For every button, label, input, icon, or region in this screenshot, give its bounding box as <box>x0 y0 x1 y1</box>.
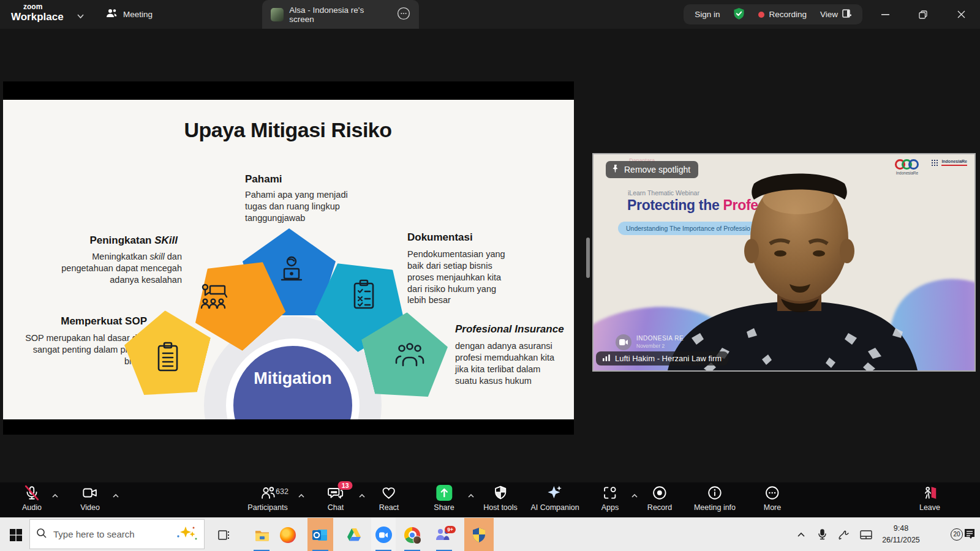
taskbar-search[interactable]: Type here to search <box>29 519 205 549</box>
section-skill-body: Meningkatkan skill dan pengetahuan dapat… <box>59 251 182 286</box>
person-laptop-icon <box>277 254 306 286</box>
shield-icon <box>492 485 508 501</box>
zoom-watermark: INDONESIA RE November 2 <box>616 334 684 350</box>
chat-button[interactable]: 13 Chat <box>328 485 344 512</box>
ai-companion-button[interactable]: AI Companion <box>530 485 579 512</box>
chrome-icon[interactable] <box>400 518 424 551</box>
pin-icon <box>611 164 620 175</box>
share-options-chevron[interactable] <box>467 490 475 501</box>
video-button[interactable]: Video <box>80 485 100 512</box>
tray-expand-chevron[interactable] <box>790 518 812 551</box>
spotlight-video-tile[interactable]: iLearn Thematic Webinar Protecting the P… <box>592 153 976 372</box>
panel-scrollbar[interactable] <box>586 238 590 278</box>
title-bar: zoom Workplace Meeting Alsa - Indonesia … <box>0 0 980 29</box>
notification-center-button[interactable]: 20 <box>929 518 980 551</box>
view-layout-icon <box>842 9 851 20</box>
tray-touchpad-icon[interactable] <box>855 518 877 551</box>
host-tools-button[interactable]: Host tools <box>483 485 518 512</box>
section-sop-heading: Memperkuat SOP <box>21 315 147 328</box>
teams-icon[interactable]: 9+ <box>432 518 456 551</box>
participant-name-label: Lufti Hakim - Herzani Law firm <box>615 354 722 363</box>
camera-icon <box>82 485 99 501</box>
meeting-toolbar: Audio Video 632 Participants <box>0 482 980 517</box>
restore-button[interactable] <box>904 0 942 29</box>
leave-button[interactable]: Leave <box>919 485 940 512</box>
view-button[interactable]: View <box>820 9 851 20</box>
clock-date: 26/11/2025 <box>877 534 925 546</box>
react-label: React <box>379 503 399 512</box>
chat-icon: 13 <box>328 485 344 501</box>
taskbar-clock[interactable]: 9:48 26/11/2025 <box>877 523 925 546</box>
mic-muted-icon <box>24 485 40 501</box>
institute-logo-label: IndonesiaRe <box>941 159 967 166</box>
logo-dots-icon <box>931 159 939 167</box>
close-button[interactable] <box>942 0 980 29</box>
start-button[interactable] <box>4 518 28 551</box>
firefox-icon[interactable] <box>276 518 300 551</box>
record-icon <box>652 485 668 501</box>
tab-avatar <box>271 8 284 21</box>
participant-name-tag: Lufti Hakim - Herzani Law firm <box>596 351 728 365</box>
tray-microphone-icon[interactable] <box>812 518 832 551</box>
record-label: Record <box>647 503 672 512</box>
tab-shared-screen[interactable]: Alsa - Indonesia re's screen <box>262 0 419 29</box>
slide-letterbox-bottom <box>3 419 574 435</box>
sign-in-button[interactable]: Sign in <box>695 10 720 19</box>
participants-options-chevron[interactable] <box>298 490 305 501</box>
outlook-icon[interactable] <box>308 518 333 551</box>
chat-options-chevron[interactable] <box>358 490 366 501</box>
people-group-icon <box>394 342 426 370</box>
audio-options-chevron[interactable] <box>51 490 59 501</box>
indonesia-re-logo-label: IndonesiaRe <box>896 171 919 175</box>
apps-options-chevron[interactable] <box>631 490 638 501</box>
info-icon <box>707 485 723 501</box>
apps-icon <box>602 485 618 501</box>
teams-badge: 9+ <box>445 526 456 533</box>
video-options-chevron[interactable] <box>112 490 119 501</box>
record-button[interactable]: Record <box>647 485 672 512</box>
section-skill-heading: Peningkatan SKill <box>55 234 178 247</box>
file-explorer-icon[interactable] <box>250 518 274 551</box>
tray-pen-icon[interactable] <box>833 518 854 551</box>
zoom-app-icon[interactable] <box>371 518 396 551</box>
share-screen-icon <box>435 485 453 501</box>
task-view-button[interactable] <box>212 518 236 551</box>
audio-button[interactable]: Audio <box>22 485 42 512</box>
signal-bars-icon <box>603 354 611 363</box>
skill-heading-plain: Peningkatan <box>89 234 154 246</box>
remove-spotlight-label: Remove spotlight <box>624 165 690 174</box>
more-button[interactable]: More <box>764 485 781 512</box>
search-icon <box>36 528 47 541</box>
more-ellipsis-icon <box>764 485 780 501</box>
encryption-shield-icon[interactable] <box>733 7 745 22</box>
participants-icon: 632 <box>260 485 276 501</box>
meeting-info-button[interactable]: Meeting info <box>694 485 736 512</box>
tab-more-icon[interactable] <box>397 7 410 22</box>
clipboard-icon <box>154 341 182 375</box>
workspace-chevron-down-icon[interactable] <box>77 10 85 21</box>
logo-zoom-text: zoom <box>23 3 64 10</box>
logo-workplace-text: Workplace <box>11 12 64 22</box>
apps-button[interactable]: Apps <box>601 485 619 512</box>
audio-label: Audio <box>22 503 42 512</box>
watermark-line2: November 2 <box>636 343 684 350</box>
section-insurance-body: dengan adanya asuransi profesi memduahka… <box>455 340 562 386</box>
slide-letterbox-top <box>3 81 574 100</box>
meeting-info-label: Meeting info <box>694 503 736 512</box>
heart-icon <box>381 485 397 501</box>
recording-indicator[interactable]: Recording <box>758 10 807 19</box>
google-drive-icon[interactable] <box>342 518 366 551</box>
share-button[interactable]: Share <box>434 485 454 512</box>
share-label: Share <box>434 503 454 512</box>
tab-screen-label: Alsa - Indonesia re's screen <box>289 6 388 24</box>
tab-meeting[interactable]: Meeting <box>105 0 153 29</box>
windows-security-icon[interactable] <box>467 518 491 551</box>
remove-spotlight-button[interactable]: Remove spotlight <box>606 161 698 178</box>
participants-button[interactable]: 632 Participants <box>247 485 287 512</box>
indonesia-re-logo: IndonesiaRe <box>895 159 919 175</box>
view-label: View <box>820 10 838 19</box>
react-button[interactable]: React <box>379 485 399 512</box>
ai-companion-label: AI Companion <box>530 503 579 512</box>
minimize-button[interactable] <box>866 0 904 29</box>
notification-count-badge: 20 <box>951 528 963 541</box>
